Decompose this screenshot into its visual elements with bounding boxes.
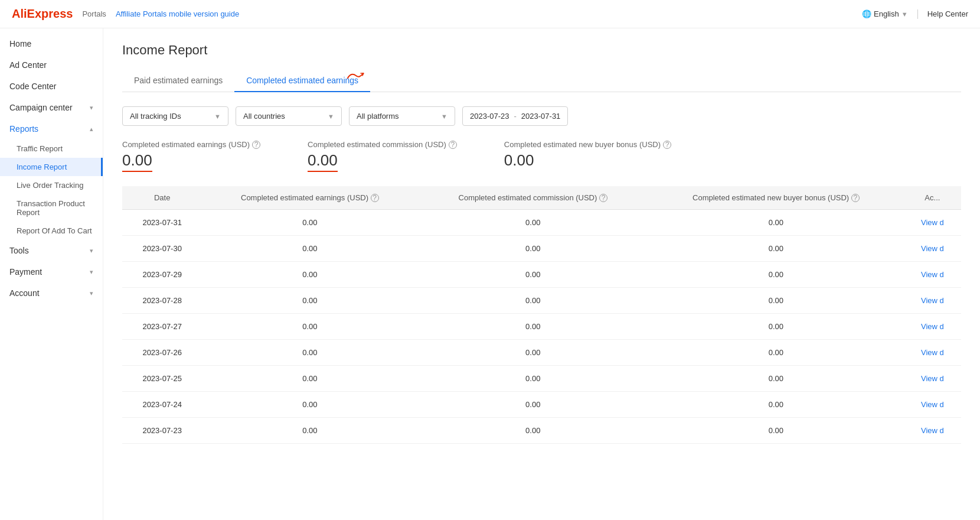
language-selector[interactable]: 🌐 English ▼ xyxy=(862,9,908,18)
countries-filter[interactable]: All countries ▼ xyxy=(236,106,342,126)
cell-commission: 0.00 xyxy=(417,314,648,340)
income-report-table: Date Completed estimated earnings (USD) … xyxy=(122,186,961,444)
view-detail-link[interactable]: View d xyxy=(921,348,944,357)
cell-earnings: 0.00 xyxy=(202,314,417,340)
col-earnings-info-icon[interactable]: ? xyxy=(371,194,379,202)
chevron-up-icon: ▴ xyxy=(90,125,93,133)
table-header: Date Completed estimated earnings (USD) … xyxy=(122,186,961,210)
platforms-chevron: ▼ xyxy=(441,113,447,120)
sidebar-item-ad-center[interactable]: Ad Center xyxy=(0,54,103,76)
cell-action[interactable]: View d xyxy=(904,288,961,314)
sidebar-item-home[interactable]: Home xyxy=(0,33,103,54)
sidebar-sub-item-live-order-tracking[interactable]: Live Order Tracking xyxy=(0,176,103,194)
summary-cards-row: Completed estimated earnings (USD) ? 0.0… xyxy=(122,140,961,172)
sidebar: Home Ad Center Code Center Campaign cent… xyxy=(0,28,103,520)
sidebar-adcenter-label: Ad Center xyxy=(9,60,47,70)
top-navigation: AliExpress Portals Affiliate Portals mob… xyxy=(0,0,980,28)
main-content: Income Report Paid estimated earnings Co… xyxy=(103,28,980,520)
cell-action[interactable]: View d xyxy=(904,366,961,392)
page-title: Income Report xyxy=(122,43,961,58)
sidebar-sub-item-report-add-to-cart[interactable]: Report Of Add To Cart xyxy=(0,222,103,240)
col-header-new-buyer-bonus: Completed estimated new buyer bonus (USD… xyxy=(648,186,904,210)
col-header-actions: Ac... xyxy=(904,186,961,210)
cell-action[interactable]: View d xyxy=(904,340,961,366)
sidebar-sub-item-income-report[interactable]: Income Report xyxy=(0,158,103,176)
chevron-right-icon-tools: ▾ xyxy=(90,247,93,255)
earnings-info-icon[interactable]: ? xyxy=(252,141,260,149)
guide-link[interactable]: Affiliate Portals mobile version guide xyxy=(116,9,239,18)
aliexpress-logo: AliExpress xyxy=(12,7,73,21)
col-commission-info-icon[interactable]: ? xyxy=(599,194,607,202)
help-center-link[interactable]: Help Center xyxy=(927,9,968,18)
cell-date: 2023-07-29 xyxy=(122,262,202,288)
chevron-right-icon-payment: ▾ xyxy=(90,268,93,276)
tracking-ids-filter[interactable]: All tracking IDs ▼ xyxy=(122,106,228,126)
countries-chevron: ▼ xyxy=(328,113,334,120)
summary-newbuyer-label: Completed estimated new buyer bonus (USD… xyxy=(504,140,671,149)
cell-action[interactable]: View d xyxy=(904,314,961,340)
sidebar-reports-label: Reports xyxy=(9,124,38,134)
newbuyer-info-icon[interactable]: ? xyxy=(663,141,671,149)
sidebar-item-campaign-center[interactable]: Campaign center ▾ xyxy=(0,97,103,118)
view-detail-link[interactable]: View d xyxy=(921,426,944,435)
table-row: 2023-07-31 0.00 0.00 0.00 View d xyxy=(122,210,961,236)
tab-completed-earnings[interactable]: Completed estimated earnings xyxy=(234,70,370,92)
view-detail-link[interactable]: View d xyxy=(921,374,944,383)
cell-new-buyer-bonus: 0.00 xyxy=(648,392,904,418)
cell-date: 2023-07-28 xyxy=(122,288,202,314)
cell-date: 2023-07-23 xyxy=(122,418,202,444)
col-newbuyer-info-icon[interactable]: ? xyxy=(851,194,860,202)
view-detail-link[interactable]: View d xyxy=(921,244,944,253)
sidebar-sub-item-transaction-product-report[interactable]: Transaction Product Report xyxy=(0,194,103,222)
cell-commission: 0.00 xyxy=(417,392,648,418)
table-row: 2023-07-25 0.00 0.00 0.00 View d xyxy=(122,366,961,392)
view-detail-link[interactable]: View d xyxy=(921,400,944,409)
data-table-container: Date Completed estimated earnings (USD) … xyxy=(122,186,961,444)
cell-commission: 0.00 xyxy=(417,236,648,262)
commission-info-icon[interactable]: ? xyxy=(449,141,457,149)
col-header-date: Date xyxy=(122,186,202,210)
view-detail-link[interactable]: View d xyxy=(921,270,944,279)
sidebar-tools-label: Tools xyxy=(9,246,29,255)
sidebar-item-code-center[interactable]: Code Center xyxy=(0,76,103,97)
cell-action[interactable]: View d xyxy=(904,236,961,262)
cell-date: 2023-07-24 xyxy=(122,392,202,418)
cell-new-buyer-bonus: 0.00 xyxy=(648,366,904,392)
language-label: English xyxy=(874,9,899,18)
sidebar-sub-item-traffic-report[interactable]: Traffic Report xyxy=(0,139,103,158)
cell-action[interactable]: View d xyxy=(904,392,961,418)
view-detail-link[interactable]: View d xyxy=(921,296,944,305)
table-row: 2023-07-27 0.00 0.00 0.00 View d xyxy=(122,314,961,340)
cell-new-buyer-bonus: 0.00 xyxy=(648,288,904,314)
logo-express-text: Express xyxy=(27,7,73,21)
summary-earnings-value: 0.00 xyxy=(122,151,260,172)
cell-action[interactable]: View d xyxy=(904,262,961,288)
platforms-filter[interactable]: All platforms ▼ xyxy=(349,106,455,126)
sidebar-item-reports[interactable]: Reports ▴ xyxy=(0,118,103,139)
cell-date: 2023-07-27 xyxy=(122,314,202,340)
nav-left: AliExpress Portals Affiliate Portals mob… xyxy=(12,7,239,21)
cell-date: 2023-07-30 xyxy=(122,236,202,262)
date-range-picker[interactable]: 2023-07-23 - 2023-07-31 xyxy=(462,106,568,126)
tab-paid-earnings[interactable]: Paid estimated earnings xyxy=(122,70,234,92)
tab-decoration-swirl xyxy=(347,71,365,80)
cell-new-buyer-bonus: 0.00 xyxy=(648,210,904,236)
summary-card-earnings: Completed estimated earnings (USD) ? 0.0… xyxy=(122,140,260,172)
sidebar-item-tools[interactable]: Tools ▾ xyxy=(0,240,103,261)
date-to: 2023-07-31 xyxy=(521,112,561,121)
cell-new-buyer-bonus: 0.00 xyxy=(648,418,904,444)
nav-divider xyxy=(917,9,918,19)
cell-action[interactable]: View d xyxy=(904,210,961,236)
view-detail-link[interactable]: View d xyxy=(921,322,944,331)
sidebar-item-payment[interactable]: Payment ▾ xyxy=(0,261,103,282)
cell-earnings: 0.00 xyxy=(202,210,417,236)
sidebar-item-account[interactable]: Account ▾ xyxy=(0,282,103,304)
cell-commission: 0.00 xyxy=(417,210,648,236)
summary-commission-value: 0.00 xyxy=(308,151,457,172)
cell-commission: 0.00 xyxy=(417,366,648,392)
cell-earnings: 0.00 xyxy=(202,366,417,392)
view-detail-link[interactable]: View d xyxy=(921,218,944,227)
cell-earnings: 0.00 xyxy=(202,262,417,288)
summary-card-commission: Completed estimated commission (USD) ? 0… xyxy=(308,140,457,172)
cell-action[interactable]: View d xyxy=(904,418,961,444)
